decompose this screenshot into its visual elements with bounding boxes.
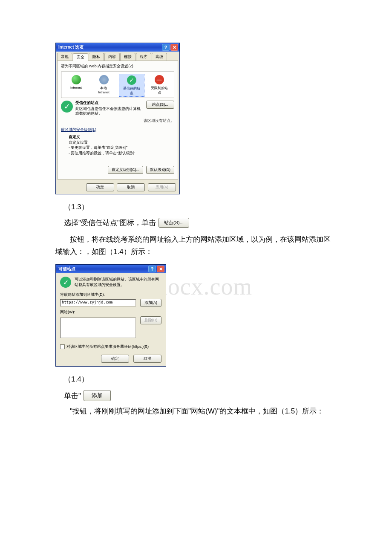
tab-content[interactable]: 内容	[104, 53, 120, 61]
remove-button[interactable]: 删除(R)	[140, 316, 161, 324]
para1-pre-text: 选择"受信任站点"图标，单击	[64, 218, 156, 228]
figure-caption-1-3: （1.3）	[64, 202, 337, 212]
zone-icon-list: Internet 本地 Intranet ✓ 受信任的站 点 — 受限制的站 点	[61, 72, 174, 98]
site-list-row: 删除(R)	[60, 316, 161, 338]
dialog1-title: Internet 选项	[58, 44, 84, 50]
zone-description: 受信任的站点 此区域包含您信任不会损害您的计算机或数据的网站。	[75, 101, 142, 116]
zone-trusted-sites[interactable]: ✓ 受信任的站 点	[119, 74, 144, 97]
dialog2-desc-row: ✓ 可以添加和删除该区域的网站。该区域中的所有网站都具有该区域的安全设置。	[60, 277, 161, 288]
site-list[interactable]	[60, 318, 136, 338]
zone-desc-title: 受信任的站点	[75, 101, 142, 106]
add-button-inline[interactable]: 添加	[84, 390, 111, 401]
custom-line3: - 要使用推荐的设置，请单击"默认级别"	[69, 150, 174, 156]
close-button-2[interactable]: ✕	[157, 266, 164, 272]
tab-general[interactable]: 常规	[57, 53, 72, 61]
tab-advanced[interactable]: 高级	[152, 53, 167, 61]
trusted-icon-2: ✓	[60, 277, 71, 288]
sites-button[interactable]: 站点(S)...	[146, 101, 174, 109]
add-site-input[interactable]: https://www.zyjnjd.com	[60, 299, 136, 306]
internet-options-dialog: Internet 选项 ? ✕ 常规 安全 隐私 内容 连接 程序 高级 请为不…	[55, 43, 180, 194]
level-button-row: 自定义级别(C)... 默认级别(D)	[61, 166, 174, 174]
dialog2-title: 可信站点	[58, 266, 75, 272]
dialog2-button-row: 确定 取消	[60, 355, 161, 363]
ok-button-2[interactable]: 确定	[101, 355, 129, 363]
tab-security[interactable]: 安全	[73, 53, 88, 61]
https-checkbox[interactable]	[60, 344, 65, 349]
add-button[interactable]: 添加(A)	[140, 299, 161, 307]
para3-pre-text: 单击"	[64, 391, 81, 401]
globe-icon	[71, 75, 81, 85]
cancel-button-2[interactable]: 取消	[133, 355, 161, 363]
cancel-button[interactable]: 取消	[117, 183, 145, 191]
dialog2-body: ✓ 可以添加和删除该区域的网站。该区域中的所有网站都具有该区域的安全设置。 将该…	[56, 273, 166, 366]
dialog2-desc: 可以添加和删除该区域的网站。该区域中的所有网站都具有该区域的安全设置。	[75, 277, 161, 287]
zone-internet-label: Internet	[70, 86, 82, 90]
zone-restricted-label: 受限制的站 点	[151, 86, 168, 95]
dialog1-titlebar: Internet 选项 ? ✕	[56, 43, 179, 52]
help-button-2[interactable]: ?	[148, 266, 156, 272]
zone-trusted-label: 受信任的站 点	[123, 86, 140, 95]
zone-internet[interactable]: Internet	[63, 74, 89, 97]
ok-button[interactable]: 确定	[86, 183, 114, 191]
https-check-row: 对该区域中的所有站点要求服务器验证(https:)(S)	[60, 344, 161, 350]
para-result: "按钮，将刚刚填写的网址添加到下面"网站(W)"的文本框中，如图（1.5）所示：	[55, 405, 337, 418]
trusted-icon: ✓	[127, 75, 137, 85]
zone-description-row: ✓ 受信任的站点 此区域包含您信任不会损害您的计算机或数据的网站。 站点(S).…	[61, 101, 174, 116]
tab-privacy[interactable]: 隐私	[89, 53, 104, 61]
tab-programs[interactable]: 程序	[136, 53, 151, 61]
trusted-large-icon: ✓	[61, 101, 73, 113]
apply-button[interactable]: 应用(A)	[148, 183, 176, 191]
intranet-icon	[99, 75, 109, 85]
security-level-group-label[interactable]: 该区域的安全级别(L)	[61, 127, 96, 133]
dialog1-button-row: 确定 取消 应用(A)	[56, 181, 179, 194]
custom-level-block: 自定义 自定义设置 - 要更改设置，请单击"自定义级别" - 要使用推荐的设置，…	[69, 134, 174, 156]
para-select-trusted: 选择"受信任站点"图标，单击 站点(S)...	[64, 218, 337, 228]
zone-local-intranet[interactable]: 本地 Intranet	[91, 74, 117, 97]
tab-row: 常规 安全 隐私 内容 连接 程序 高级	[56, 52, 179, 61]
custom-line1: 自定义设置	[69, 140, 174, 145]
para-click-add: 单击" 添加	[64, 390, 337, 401]
trusted-sites-dialog: 可信站点 ? ✕ ✓ 可以添加和删除该区域的网站。该区域中的所有网站都具有该区域…	[55, 264, 166, 367]
security-panel: 请为不同区域的 Web 内容指定安全设置(Z) Internet 本地 Intr…	[57, 61, 178, 179]
sites-button-inline[interactable]: 站点(S)...	[159, 218, 189, 228]
default-level-button[interactable]: 默认级别(D)	[146, 166, 175, 174]
zone-sites-status: 该区域没有站点。	[61, 118, 174, 124]
figure-caption-1-4: （1.4）	[64, 374, 337, 384]
zone-prompt: 请为不同区域的 Web 内容指定安全设置(Z)	[61, 64, 174, 69]
add-site-row: https://www.zyjnjd.com 添加(A)	[60, 299, 161, 307]
https-check-label: 对该区域中的所有站点要求服务器验证(https:)(S)	[66, 344, 149, 350]
close-button[interactable]: ✕	[170, 44, 178, 51]
custom-title: 自定义	[69, 134, 174, 140]
zone-restricted-sites[interactable]: — 受限制的站 点	[147, 74, 172, 97]
custom-level-button[interactable]: 自定义级别(C)...	[108, 166, 143, 174]
add-site-label: 将该网站添加到区域中(D):	[60, 292, 161, 298]
para-add-url: 按钮，将在线统考系统的网址输入上方的网站添加区域，以为例，在该网站添加区域输入：…	[55, 234, 337, 258]
restricted-icon: —	[154, 75, 164, 85]
zone-local-label: 本地 Intranet	[98, 86, 110, 94]
tab-connection[interactable]: 连接	[120, 53, 135, 61]
dialog2-titlebar: 可信站点 ? ✕	[56, 265, 166, 273]
site-list-label: 网站(W):	[60, 309, 161, 315]
help-button[interactable]: ?	[162, 44, 170, 51]
zone-desc-body: 此区域包含您信任不会损害您的计算机或数据的网站。	[75, 107, 142, 116]
custom-line2: - 要更改设置，请单击"自定义级别"	[69, 145, 174, 150]
